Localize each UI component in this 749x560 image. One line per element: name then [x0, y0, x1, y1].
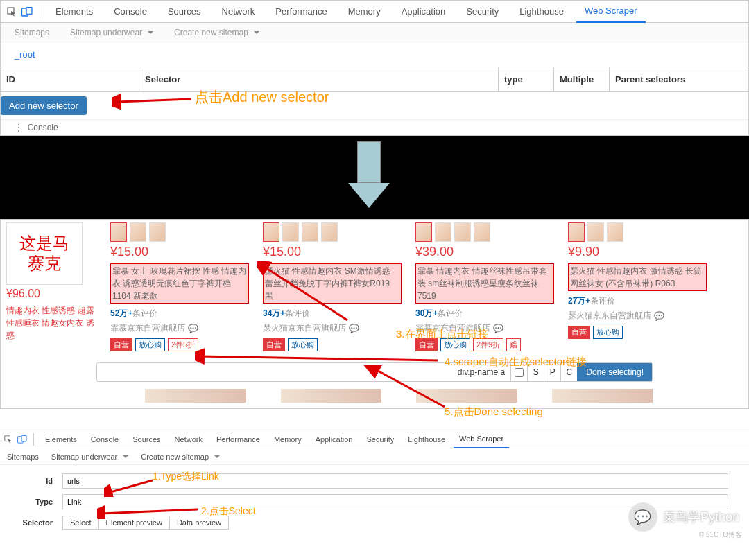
- done-selecting-button[interactable]: Done selecting!: [577, 363, 652, 381]
- product-price: ¥15.00: [263, 245, 402, 259]
- product-shop[interactable]: 霏慕京东自营旗舰店💬: [415, 322, 554, 334]
- chat-icon[interactable]: 💬: [493, 324, 503, 333]
- label-id: Id: [0, 477, 62, 485]
- chat-icon[interactable]: 💬: [349, 324, 359, 333]
- selector-s-button[interactable]: S: [527, 363, 544, 381]
- annotation-step2b: 2.点击Select: [201, 505, 256, 518]
- credit-text: © 51CTO博客: [699, 530, 742, 540]
- watermark: 💬 菜鸟学Python: [628, 502, 739, 532]
- product-card: ¥9.90 瑟火猫 性感情趣内衣 激情诱惑 长筒网丝袜女 (不含吊袜带) R06…: [568, 222, 707, 339]
- product-shop[interactable]: 霏慕京东自营旗舰店💬: [110, 322, 249, 334]
- tab-web-scraper[interactable]: Web Scraper: [576, 1, 646, 23]
- device-toggle-icon[interactable]: [17, 434, 28, 445]
- chat-icon[interactable]: 💬: [188, 324, 198, 333]
- devtools-panel-bottom: Elements Console Sources Network Perform…: [0, 430, 749, 541]
- scraper-subnav: Sitemaps Sitemap underwear Create new si…: [1, 23, 748, 42]
- product-link[interactable]: 霏慕 情趣内衣 情趣丝袜性感吊带套装 sm丝袜制服诱惑星瘦条纹丝袜7519: [415, 263, 554, 304]
- subnav-current-sitemap[interactable]: Sitemap underwear: [51, 453, 128, 461]
- tab-application[interactable]: Application: [393, 1, 454, 23]
- product-shop[interactable]: 瑟火猫京东自营旗舰店💬: [263, 322, 402, 334]
- inspect-icon[interactable]: [3, 434, 14, 445]
- tab-performance[interactable]: Performance: [267, 1, 335, 23]
- tab-console[interactable]: Console: [85, 430, 124, 448]
- product-price: ¥39.00: [415, 245, 554, 259]
- page-preview: 这是马 赛克 ¥96.00 情趣内衣 性感诱惑 超露 性感睡衣 情趣女内衣 诱惑…: [0, 219, 749, 409]
- annotation-step5: 5.点击Done selecting: [445, 405, 543, 419]
- product-card: ¥39.00 霏慕 情趣内衣 情趣丝袜性感吊带套装 sm丝袜制服诱惑星瘦条纹丝袜…: [415, 222, 554, 351]
- selector-toolbar: div.p-name a S P C Done selecting!: [96, 362, 653, 382]
- console-drawer-label[interactable]: ⋮ Console: [1, 119, 748, 135]
- tab-memory[interactable]: Memory: [340, 1, 389, 23]
- subnav-sitemaps[interactable]: Sitemaps: [15, 28, 49, 37]
- product-link[interactable]: 瑟火猫 性感情趣内衣 SM激情诱惑 蕾丝开档免脱丁字内裤T裤女R019 黑: [263, 263, 402, 304]
- device-toggle-icon[interactable]: [21, 6, 33, 17]
- tab-console[interactable]: Console: [105, 1, 155, 23]
- tab-security[interactable]: Security: [361, 430, 399, 448]
- down-arrow-icon: [357, 141, 390, 208]
- product-reviews[interactable]: 27万+条评价: [568, 295, 707, 307]
- breadcrumb-root[interactable]: _root: [1, 42, 748, 67]
- mosaic-placeholder: 这是马 赛克: [6, 222, 83, 285]
- selector-c-button[interactable]: C: [560, 363, 577, 381]
- col-parent: Parent selectors: [610, 67, 748, 91]
- tab-security[interactable]: Security: [458, 1, 507, 23]
- product-reviews[interactable]: 52万+条评价: [110, 308, 249, 320]
- tab-memory[interactable]: Memory: [268, 430, 307, 448]
- label-type: Type: [0, 498, 62, 506]
- tab-network[interactable]: Network: [214, 1, 264, 23]
- selector-checkbox[interactable]: [510, 363, 527, 381]
- add-new-selector-button[interactable]: Add new selector: [1, 96, 87, 115]
- product-desc: 情趣内衣 性感诱惑 超露 性感睡衣 情趣女内衣 诱惑: [6, 304, 96, 342]
- subnav-create-sitemap[interactable]: Create new sitemap: [174, 28, 259, 37]
- devtools-tabbar-bottom: Elements Console Sources Network Perform…: [0, 430, 749, 448]
- product-reviews[interactable]: 34万+条评价: [263, 308, 402, 320]
- select-button[interactable]: Select: [62, 516, 99, 530]
- svg-rect-2: [26, 7, 32, 14]
- selector-table-header: ID Selector type Multiple Parent selecto…: [1, 67, 748, 92]
- inspect-icon[interactable]: [6, 6, 17, 17]
- devtools-tabbar: Elements Console Sources Network Perform…: [1, 1, 748, 23]
- tab-elements[interactable]: Elements: [47, 1, 101, 23]
- product-shop[interactable]: 瑟火猫京东自营旗舰店💬: [568, 310, 707, 322]
- annotation-step1b: 1.Type选择Link: [153, 471, 219, 483]
- tab-sources[interactable]: Sources: [127, 430, 166, 448]
- tab-network[interactable]: Network: [169, 430, 208, 448]
- tab-performance[interactable]: Performance: [211, 430, 266, 448]
- tab-elements[interactable]: Elements: [40, 430, 83, 448]
- tab-sources[interactable]: Sources: [160, 1, 209, 23]
- wechat-icon: 💬: [628, 502, 657, 532]
- product-price: ¥96.00: [6, 288, 96, 300]
- svg-rect-13: [21, 435, 26, 441]
- subnav-create-sitemap[interactable]: Create new sitemap: [141, 453, 220, 461]
- product-reviews[interactable]: 30万+条评价: [415, 308, 554, 320]
- selector-input[interactable]: div.p-name a: [97, 363, 510, 381]
- product-price: ¥9.90: [568, 245, 707, 259]
- annotation-add: 点击Add new selector: [195, 88, 329, 107]
- product-price: ¥15.00: [110, 245, 249, 259]
- col-multiple: Multiple: [554, 67, 610, 91]
- product-card: ¥15.00 瑟火猫 性感情趣内衣 SM激情诱惑 蕾丝开档免脱丁字内裤T裤女R0…: [263, 222, 402, 351]
- tab-lighthouse[interactable]: Lighthouse: [511, 1, 572, 23]
- element-preview-button[interactable]: Element preview: [99, 516, 170, 530]
- svg-line-4: [117, 99, 191, 102]
- product-card: ¥15.00 霏慕 女士 玫瑰花片裙摆 性感 情趣内衣 诱惑透明无痕红色丁字裤开…: [110, 222, 249, 351]
- tab-lighthouse[interactable]: Lighthouse: [402, 430, 451, 448]
- col-type: type: [499, 67, 554, 91]
- selector-p-button[interactable]: P: [544, 363, 560, 381]
- label-selector: Selector: [0, 518, 62, 527]
- subnav-sitemaps[interactable]: Sitemaps: [7, 453, 39, 461]
- col-id: ID: [1, 67, 139, 91]
- black-separator: [0, 136, 749, 219]
- tab-application[interactable]: Application: [310, 430, 359, 448]
- svg-line-8: [200, 356, 438, 360]
- product-link[interactable]: 霏慕 女士 玫瑰花片裙摆 性感 情趣内衣 诱惑透明无痕红色丁字裤开档1104 新…: [110, 263, 249, 304]
- scraper-subnav-bottom: Sitemaps Sitemap underwear Create new si…: [0, 448, 749, 465]
- product-card: 这是马 赛克 ¥96.00 情趣内衣 性感诱惑 超露 性感睡衣 情趣女内衣 诱惑: [6, 222, 96, 342]
- chat-icon[interactable]: 💬: [654, 311, 664, 321]
- subnav-current-sitemap[interactable]: Sitemap underwear: [70, 28, 153, 37]
- watermark-text: 菜鸟学Python: [663, 509, 739, 525]
- devtools-panel-top: Elements Console Sources Network Perform…: [0, 0, 749, 136]
- product-link[interactable]: 瑟火猫 性感情趣内衣 激情诱惑 长筒网丝袜女 (不含吊袜带) R063: [568, 263, 707, 291]
- tab-web-scraper[interactable]: Web Scraper: [454, 430, 509, 448]
- data-preview-button[interactable]: Data preview: [170, 516, 229, 530]
